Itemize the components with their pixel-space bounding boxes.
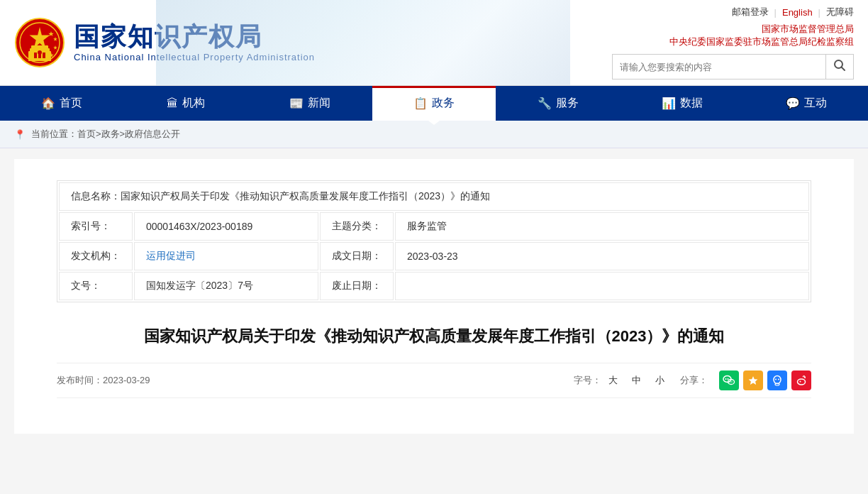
home-icon: 🏠 <box>41 97 55 110</box>
logo-chinese: 国家知识产权局 <box>74 23 315 51</box>
info-row-docno-expiry: 文号： 国知发运字〔2023〕7号 废止日期： <box>59 272 809 300</box>
main-nav: 🏠 首页 🏛 机构 📰 新闻 📋 政务 🔧 服务 📊 数据 💬 互动 <box>0 86 868 121</box>
logo-area: 国家知识产权局 China National Intellectual Prop… <box>14 6 315 85</box>
svg-point-26 <box>778 379 779 380</box>
svg-marker-22 <box>749 376 758 385</box>
interact-icon: 💬 <box>786 97 800 110</box>
index-value: 00001463X/2023-00189 <box>134 212 318 241</box>
article-meta: 发布时间：2023-03-29 字号： 大 中 小 分享： <box>57 363 811 398</box>
share-favorite-button[interactable] <box>743 370 763 390</box>
subject-value: 服务监管 <box>395 212 809 241</box>
nav-data-label: 数据 <box>680 96 703 111</box>
search-bar <box>612 54 854 79</box>
email-login-link[interactable]: 邮箱登录 <box>732 6 769 18</box>
svg-rect-12 <box>43 53 45 58</box>
partner-link-1[interactable]: 国家市场监督管理总局 <box>762 23 854 35</box>
svg-point-23 <box>774 376 781 384</box>
issuer-label: 发文机构： <box>59 242 133 270</box>
issuer-link[interactable]: 运用促进司 <box>146 250 196 261</box>
nav-data[interactable]: 📊 数据 <box>620 86 744 121</box>
nav-government[interactable]: 📋 政务 <box>372 86 496 121</box>
font-medium-btn[interactable]: 中 <box>630 374 642 387</box>
government-icon: 📋 <box>413 97 428 110</box>
search-input[interactable] <box>613 57 825 77</box>
info-name-full: 信息名称：国家知识产权局关于印发《推动知识产权高质量发展年度工作指引（2023）… <box>59 182 809 211</box>
svg-point-21 <box>731 381 733 383</box>
svg-rect-10 <box>34 53 37 58</box>
info-row-name: 信息名称：国家知识产权局关于印发《推动知识产权高质量发展年度工作指引（2023）… <box>59 182 809 211</box>
nav-institution-label: 机构 <box>182 96 205 111</box>
publish-time: 发布时间：2023-03-29 <box>57 374 150 387</box>
info-row-index-subject: 索引号： 00001463X/2023-00189 主题分类： 服务监管 <box>59 212 809 241</box>
qq-icon <box>771 374 784 387</box>
search-button[interactable] <box>825 55 853 79</box>
nav-home[interactable]: 🏠 首页 <box>0 86 124 121</box>
wechat-icon <box>723 374 735 387</box>
expiry-value <box>395 272 809 300</box>
star-icon <box>747 374 760 387</box>
svg-point-28 <box>800 381 801 383</box>
nav-news-label: 新闻 <box>308 96 330 111</box>
issuer-value: 运用促进司 <box>134 242 318 270</box>
font-label: 字号： <box>574 374 601 387</box>
partner-link-2[interactable]: 中央纪委国家监委驻市场监管总局纪检监察组 <box>669 35 854 48</box>
info-table: 信息名称：国家知识产权局关于印发《推动知识产权高质量发展年度工作指引（2023）… <box>57 180 811 302</box>
nav-home-label: 首页 <box>60 96 82 111</box>
nav-institution[interactable]: 🏛 机构 <box>124 86 248 121</box>
english-link[interactable]: English <box>782 7 813 18</box>
accessibility-link[interactable]: 无障碍 <box>826 6 854 18</box>
logo-text-area: 国家知识产权局 China National Intellectual Prop… <box>74 23 315 63</box>
share-icons <box>719 370 811 390</box>
svg-point-24 <box>775 383 779 385</box>
nav-service-label: 服务 <box>556 96 579 111</box>
active-indicator <box>372 86 496 88</box>
top-right-area: 邮箱登录 | English | 无障碍 国家市场监督管理总局 中央纪委国家监委… <box>612 6 854 85</box>
svg-point-18 <box>728 378 729 380</box>
service-icon: 🔧 <box>538 97 552 110</box>
font-share-area: 字号： 大 中 小 分享： <box>574 370 811 390</box>
svg-line-15 <box>842 67 845 71</box>
nav-interact-label: 互动 <box>804 96 827 111</box>
font-size-controls: 字号： 大 中 小 <box>574 374 669 387</box>
share-label: 分享： <box>680 374 708 387</box>
breadcrumb: 当前位置：首页>政务>政府信息公开 <box>31 128 180 141</box>
info-name-value: 国家知识产权局关于印发《推动知识产权高质量发展年度工作指引（2023）》的通知 <box>121 190 490 202</box>
docno-value: 国知发运字〔2023〕7号 <box>134 272 318 300</box>
share-wechat-button[interactable] <box>719 370 739 390</box>
info-row-issuer-date: 发文机构： 运用促进司 成文日期： 2023-03-23 <box>59 242 809 270</box>
subject-label: 主题分类： <box>320 212 394 241</box>
docno-label: 文号： <box>59 272 133 300</box>
sep2: | <box>818 7 820 18</box>
institution-icon: 🏛 <box>167 97 178 110</box>
location-pin-icon: 📍 <box>14 129 26 140</box>
share-weibo-button[interactable] <box>791 370 811 390</box>
nav-government-label: 政务 <box>432 96 455 111</box>
data-icon: 📊 <box>662 97 676 110</box>
font-large-btn[interactable]: 大 <box>607 374 619 387</box>
top-links: 邮箱登录 | English | 无障碍 <box>732 6 854 18</box>
nav-service[interactable]: 🔧 服务 <box>496 86 620 121</box>
date-value: 2023-03-23 <box>395 242 809 270</box>
svg-point-27 <box>798 379 806 385</box>
search-icon <box>833 59 846 72</box>
svg-rect-9 <box>31 45 48 49</box>
index-label: 索引号： <box>59 212 133 241</box>
date-label: 成文日期： <box>320 242 394 270</box>
weibo-icon <box>795 374 808 387</box>
partner-links: 国家市场监督管理总局 中央纪委国家监委驻市场监管总局纪检监察组 <box>669 23 854 48</box>
nav-news[interactable]: 📰 新闻 <box>248 86 372 121</box>
article-title: 国家知识产权局关于印发《推动知识产权高质量发展年度工作指引（2023）》的通知 <box>57 324 811 348</box>
news-icon: 📰 <box>289 97 304 110</box>
share-qq-button[interactable] <box>767 370 787 390</box>
nav-interact[interactable]: 💬 互动 <box>744 86 868 121</box>
main-content: 信息名称：国家知识产权局关于印发《推动知识产权高质量发展年度工作指引（2023）… <box>14 159 854 434</box>
svg-point-20 <box>730 381 731 383</box>
logo-english: China National Intellectual Property Adm… <box>74 52 315 62</box>
svg-point-25 <box>775 379 777 380</box>
svg-point-13 <box>38 50 42 55</box>
font-small-btn[interactable]: 小 <box>654 374 666 387</box>
expiry-label: 废止日期： <box>320 272 394 300</box>
sep1: | <box>774 7 777 18</box>
logo-emblem <box>14 17 65 68</box>
info-name-label: 信息名称： <box>71 190 121 202</box>
